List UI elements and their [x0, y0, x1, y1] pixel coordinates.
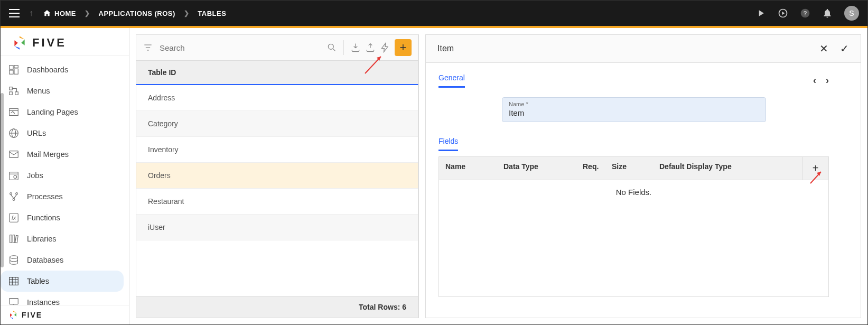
chevron-right-icon: ❯: [184, 10, 190, 17]
help-icon[interactable]: ?: [800, 8, 810, 18]
breadcrumb-home[interactable]: HOME: [43, 9, 76, 17]
chevron-left-icon[interactable]: ‹: [813, 75, 816, 86]
sidebar-item-mail-merges[interactable]: Mail Merges: [1, 144, 124, 165]
logo: FIVE: [1, 28, 129, 56]
breadcrumb-tables[interactable]: TABLES: [198, 10, 226, 17]
svg-rect-9: [10, 92, 13, 95]
add-button[interactable]: +: [395, 39, 412, 56]
play-icon[interactable]: [755, 8, 766, 18]
process-icon: [8, 191, 20, 202]
list-toolbar: +: [136, 34, 418, 60]
svg-rect-29: [15, 235, 18, 243]
list-panel: + Table ID Address Category Inventory Or…: [136, 34, 419, 318]
svg-line-46: [333, 49, 335, 51]
name-field-value: Item: [509, 108, 759, 117]
svg-rect-31: [10, 277, 18, 285]
fields-table: Name Data Type Req. Size Default Display…: [438, 156, 829, 297]
search-input[interactable]: [157, 40, 322, 55]
svg-rect-6: [10, 70, 13, 74]
breadcrumb-applications[interactable]: APPLICATIONS (ROS): [99, 10, 175, 17]
breadcrumb-label: TABLES: [198, 10, 226, 17]
sidebar: FIVE Dashboards Menus Landing Pages URLs…: [1, 28, 129, 324]
general-section-header: General ‹ ›: [438, 73, 829, 88]
row-label: Restaurant: [148, 197, 184, 206]
filter-icon[interactable]: [143, 42, 153, 53]
table-row[interactable]: iUser: [136, 215, 418, 240]
menu-icon[interactable]: [9, 9, 20, 17]
sidebar-item-landing-pages[interactable]: Landing Pages: [1, 101, 124, 123]
row-label: Category: [148, 119, 178, 128]
detail-body: General ‹ › Name * Item Fields Name Data…: [426, 63, 861, 318]
sidebar-item-label: Databases: [27, 256, 63, 264]
sidebar-item-dashboards[interactable]: Dashboards: [1, 59, 124, 80]
library-icon: [8, 233, 20, 245]
nav-list: Dashboards Menus Landing Pages URLs Mail…: [1, 56, 129, 305]
up-arrow-icon[interactable]: ↑: [29, 8, 33, 18]
search-icon[interactable]: [326, 42, 337, 53]
dashboard-icon: [8, 64, 20, 76]
sidebar-item-label: Tables: [27, 277, 49, 285]
svg-rect-3: [10, 66, 13, 69]
table-row[interactable]: Restaurant: [136, 189, 418, 215]
row-label: Orders: [148, 171, 171, 180]
sidebar-item-instances[interactable]: Instances: [1, 292, 124, 305]
svg-text:?: ?: [803, 10, 807, 16]
scrollbar[interactable]: [1, 93, 4, 267]
svg-point-21: [16, 193, 18, 195]
sidebar-item-menus[interactable]: Menus: [1, 80, 124, 101]
fields-tab[interactable]: Fields: [438, 137, 458, 151]
database-icon: [8, 254, 20, 266]
chevron-right-icon: ❯: [85, 10, 90, 17]
svg-rect-5: [14, 69, 18, 74]
sidebar-footer: FIVE: [1, 305, 129, 324]
topbar-right: ? S: [755, 6, 859, 21]
avatar-initial: S: [849, 9, 854, 17]
avatar[interactable]: S: [844, 6, 859, 21]
col-size: Size: [605, 157, 653, 180]
fields-section: Fields Name Data Type Req. Size Default …: [438, 137, 829, 297]
deploy-icon[interactable]: [778, 8, 788, 18]
add-field-button[interactable]: +: [802, 157, 828, 180]
sidebar-item-processes[interactable]: Processes: [1, 186, 124, 207]
chevron-right-icon[interactable]: ›: [826, 75, 829, 86]
bell-icon[interactable]: [822, 8, 833, 18]
table-row[interactable]: Address: [136, 85, 418, 111]
svg-rect-4: [14, 66, 18, 68]
sidebar-item-label: Processes: [27, 192, 63, 201]
export-icon[interactable]: [365, 42, 376, 53]
sidebar-item-tables[interactable]: Tables: [1, 271, 124, 292]
table-row[interactable]: Orders: [136, 163, 418, 189]
close-icon[interactable]: ✕: [819, 42, 828, 55]
list-footer: Total Rows: 6: [136, 296, 418, 318]
topbar-left: ↑ HOME ❯ APPLICATIONS (ROS) ❯ TABLES: [9, 8, 226, 18]
sidebar-item-urls[interactable]: URLs: [1, 123, 124, 144]
list-header: Table ID: [136, 60, 418, 85]
table-row[interactable]: Category: [136, 111, 418, 137]
svg-point-45: [328, 44, 333, 49]
general-tab[interactable]: General: [438, 73, 465, 88]
check-icon[interactable]: ✓: [840, 42, 849, 55]
landing-icon: [8, 106, 20, 118]
sidebar-item-databases[interactable]: Databases: [1, 249, 124, 271]
name-field[interactable]: Name * Item: [502, 97, 766, 122]
home-icon: [43, 9, 51, 17]
svg-line-23: [11, 194, 14, 198]
sidebar-item-libraries[interactable]: Libraries: [1, 228, 124, 249]
name-field-label: Name *: [509, 101, 759, 107]
import-icon[interactable]: [350, 42, 361, 53]
nav-chevrons: ‹ ›: [813, 75, 829, 86]
fields-thead: Name Data Type Req. Size Default Display…: [439, 157, 828, 180]
sidebar-item-label: Dashboards: [27, 66, 68, 74]
lightning-icon[interactable]: [380, 42, 390, 53]
table-row[interactable]: Inventory: [136, 137, 418, 163]
instances-icon: [8, 296, 20, 305]
menus-icon: [8, 85, 20, 97]
svg-rect-12: [10, 109, 18, 116]
sidebar-item-functions[interactable]: fxFunctions: [1, 207, 124, 228]
breadcrumb-label: HOME: [54, 10, 76, 17]
sidebar-item-label: Functions: [27, 213, 60, 222]
svg-point-20: [10, 193, 12, 195]
svg-rect-36: [10, 299, 18, 304]
sidebar-item-jobs[interactable]: Jobs: [1, 165, 124, 186]
sidebar-item-label: Instances: [27, 298, 60, 305]
